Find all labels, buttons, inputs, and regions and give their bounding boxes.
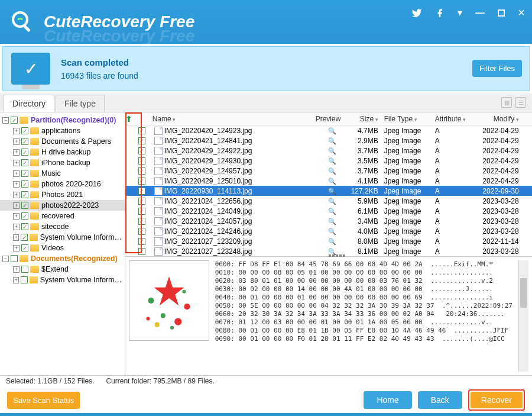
filter-files-button[interactable]: Filter Files xyxy=(472,60,522,77)
facebook-icon[interactable] xyxy=(435,8,445,18)
file-row[interactable]: ✓ IMG_20220429_125010.jpg 🔍 4.1MB Jpeg I… xyxy=(125,176,532,186)
checkbox[interactable]: ✓ xyxy=(21,223,28,230)
expand-icon[interactable]: + xyxy=(13,277,19,283)
file-list[interactable]: ✓ IMG_20220420_124923.jpg 🔍 4.7MB Jpeg I… xyxy=(125,125,532,256)
home-button[interactable]: Home xyxy=(364,391,411,409)
tree-item[interactable]: + ✓ photos 2020-2016 xyxy=(0,179,125,189)
magnify-icon[interactable]: 🔍 xyxy=(316,157,349,165)
file-row[interactable]: ✓ IMG_20220429_124930.jpg 🔍 3.5MB Jpeg I… xyxy=(125,156,532,166)
tree-item[interactable]: + ✓ photos2022-2023 xyxy=(0,200,125,211)
tree-item[interactable]: + ✓ Videos xyxy=(0,243,125,253)
dropdown-icon[interactable]: ▾ xyxy=(458,7,462,18)
back-button[interactable]: Back xyxy=(418,391,462,409)
tab-filetype[interactable]: File type xyxy=(56,95,105,112)
scrollbar[interactable] xyxy=(518,260,528,372)
checkbox[interactable]: ✓ xyxy=(138,147,145,154)
magnify-icon[interactable]: 🔍 xyxy=(316,137,349,145)
tab-directory[interactable]: Directory xyxy=(4,95,54,112)
twitter-icon[interactable] xyxy=(411,8,422,18)
expand-icon[interactable]: + xyxy=(13,234,19,241)
magnify-icon[interactable]: 🔍 xyxy=(316,198,349,205)
tree-root-documents[interactable]: − Documents(Recognized) xyxy=(0,253,125,264)
tree-item[interactable]: + ✓ sitecode xyxy=(0,221,125,232)
checkbox[interactable]: ✓ xyxy=(21,127,28,134)
expand-icon[interactable]: + xyxy=(13,202,20,209)
magnify-icon[interactable]: 🔍 xyxy=(316,208,349,215)
file-row[interactable]: ✓ IMG_20221024_122656.jpg 🔍 5.9MB Jpeg I… xyxy=(125,196,532,206)
tree-item[interactable]: + ✓ recovered xyxy=(0,211,125,221)
checkbox[interactable]: ✓ xyxy=(21,149,28,156)
file-row[interactable]: ✓ IMG_20220930_114113.jpg 🔍 127.2KB Jpeg… xyxy=(125,186,532,196)
tree-item[interactable]: + ✓ Documents & Papers xyxy=(0,136,125,147)
file-row[interactable]: ✓ IMG_20220429_124957.jpg 🔍 3.7MB Jpeg I… xyxy=(125,166,532,176)
expand-icon[interactable]: + xyxy=(13,128,20,134)
col-size[interactable]: Size xyxy=(349,115,384,123)
magnify-icon[interactable]: 🔍 xyxy=(316,127,349,135)
col-type[interactable]: File Type xyxy=(384,115,435,123)
tree-item[interactable]: + ✓ iPhone backup xyxy=(0,157,125,168)
tree-item[interactable]: + ✓ H drive backup xyxy=(0,147,125,157)
collapse-icon[interactable]: − xyxy=(2,117,9,124)
checkbox[interactable]: ✓ xyxy=(138,238,145,245)
expand-icon[interactable]: + xyxy=(13,213,20,220)
checkbox[interactable]: ✓ xyxy=(21,191,28,198)
checkbox[interactable] xyxy=(11,255,18,262)
magnify-icon[interactable]: 🔍 xyxy=(316,178,349,185)
tree-item[interactable]: + $Extend xyxy=(0,264,125,275)
tree-item[interactable]: + ✓ applications xyxy=(0,125,125,136)
checkbox[interactable]: ✓ xyxy=(138,198,145,205)
checkbox[interactable]: ✓ xyxy=(138,127,145,134)
file-row[interactable]: ✓ IMG_20221024_124246.jpg 🔍 4.0MB Jpeg I… xyxy=(125,226,532,236)
file-row[interactable]: ✓ IMG_20220421_124841.jpg 🔍 2.9MB Jpeg I… xyxy=(125,136,532,146)
up-arrow-icon[interactable]: ⬆ xyxy=(125,114,134,124)
drag-handle[interactable] xyxy=(329,254,352,259)
collapse-icon[interactable]: − xyxy=(2,256,9,262)
col-attr[interactable]: Attribute xyxy=(435,115,472,123)
tree-item[interactable]: + ✓ Music xyxy=(0,168,125,179)
recover-button[interactable]: Recover xyxy=(471,392,523,408)
checkbox[interactable]: ✓ xyxy=(21,159,28,166)
checkbox[interactable]: ✓ xyxy=(138,137,145,144)
checkbox[interactable]: ✓ xyxy=(138,167,145,175)
magnify-icon[interactable]: 🔍 xyxy=(316,218,349,225)
checkbox[interactable]: ✓ xyxy=(138,228,145,235)
expand-icon[interactable]: + xyxy=(13,138,20,145)
checkbox[interactable]: ✓ xyxy=(138,208,145,215)
expand-icon[interactable]: + xyxy=(13,160,20,166)
expand-icon[interactable]: + xyxy=(13,224,20,230)
directory-tree[interactable]: − ✓ Partition(Recognized)(0) + ✓ applica… xyxy=(0,112,125,375)
checkbox[interactable]: ✓ xyxy=(21,244,28,251)
checkbox[interactable]: ✓ xyxy=(21,180,28,188)
checkbox[interactable] xyxy=(21,266,28,273)
expand-icon[interactable]: + xyxy=(13,266,20,273)
checkbox[interactable]: ✓ xyxy=(21,234,27,241)
magnify-icon[interactable]: 🔍 xyxy=(316,147,349,155)
maximize-icon[interactable] xyxy=(498,9,505,17)
col-preview[interactable]: Preview xyxy=(316,115,349,123)
magnify-icon[interactable]: 🔍 xyxy=(316,238,349,246)
file-row[interactable]: ✓ IMG_20221024_124049.jpg 🔍 6.1MB Jpeg I… xyxy=(125,206,532,216)
expand-icon[interactable]: + xyxy=(13,245,20,251)
checkbox[interactable]: ✓ xyxy=(21,212,28,220)
col-name[interactable]: Name xyxy=(150,115,316,123)
close-icon[interactable]: × xyxy=(518,6,525,20)
grid-view-icon[interactable]: ▦ xyxy=(501,97,512,108)
file-row[interactable]: ✓ IMG_20220429_124922.jpg 🔍 3.7MB Jpeg I… xyxy=(125,146,532,156)
checkbox[interactable]: ✓ xyxy=(21,170,28,177)
expand-icon[interactable]: + xyxy=(13,149,20,156)
tree-item[interactable]: + ✓ System Volume Information xyxy=(0,232,125,243)
list-view-icon[interactable]: ☰ xyxy=(515,97,526,108)
checkbox[interactable]: ✓ xyxy=(138,188,145,195)
minimize-icon[interactable]: — xyxy=(475,8,485,18)
checkbox[interactable]: ✓ xyxy=(21,202,28,209)
magnify-icon[interactable]: 🔍 xyxy=(316,228,349,236)
magnify-icon[interactable]: 🔍 xyxy=(316,167,349,175)
file-row[interactable]: ✓ IMG_20221027_123209.jpg 🔍 8.0MB Jpeg I… xyxy=(125,236,532,246)
tree-root-partition[interactable]: − ✓ Partition(Recognized)(0) xyxy=(0,115,125,125)
checkbox[interactable]: ✓ xyxy=(21,138,28,145)
tree-item[interactable]: + System Volume Information xyxy=(0,275,125,285)
checkbox[interactable]: ✓ xyxy=(138,178,145,185)
checkbox[interactable]: ✓ xyxy=(138,157,145,165)
save-scan-button[interactable]: Save Scan Status xyxy=(7,392,80,409)
col-modify[interactable]: Modify xyxy=(472,115,519,123)
